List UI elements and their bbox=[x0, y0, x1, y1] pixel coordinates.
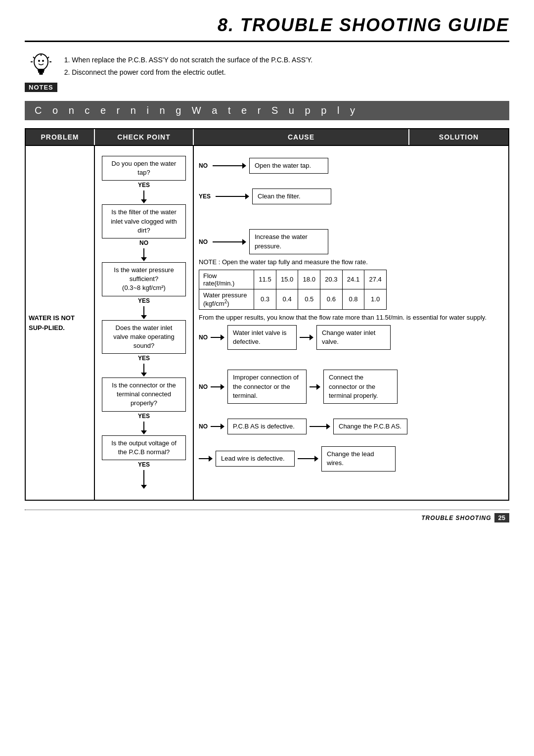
flow-val-2-3: 0.5 bbox=[298, 289, 320, 309]
lightbulb-icon bbox=[30, 52, 52, 80]
solution-box-1: Open the water tap. bbox=[249, 158, 328, 174]
col-header-solution: SOLUTION bbox=[409, 129, 508, 145]
checkpoint-box-1: Do you open the water tap? bbox=[102, 156, 186, 181]
main-content: WATER IS NOT SUP-PLIED. Do you open the … bbox=[25, 146, 509, 501]
no-label-2: NO bbox=[139, 239, 148, 246]
svg-line-6 bbox=[47, 57, 49, 58]
svg-point-9 bbox=[38, 60, 40, 62]
flow-val-1-6: 27.4 bbox=[364, 270, 387, 289]
flow-table: Flowrate(ℓ/min.) 11.5 15.0 18.0 20.3 24.… bbox=[199, 270, 387, 310]
flow-table-row1-label: Flowrate(ℓ/min.) bbox=[199, 270, 254, 289]
arrow-1 bbox=[141, 190, 147, 203]
solution-box-5: Connect the connector or the terminal pr… bbox=[323, 370, 398, 404]
arrow-4 bbox=[141, 364, 147, 377]
solution-box-3: Increase the water pressure. bbox=[249, 229, 328, 254]
flow-val-2-1: 0.3 bbox=[254, 289, 276, 309]
note-item-1: 1. When replace the P.C.B. ASS'Y do not … bbox=[64, 54, 312, 66]
flow-val-1-5: 24.1 bbox=[342, 270, 364, 289]
yes-label-r2: YES bbox=[199, 193, 211, 200]
arrow-right-6 bbox=[211, 424, 224, 429]
checkpoint-box-5: Is the connector or the terminal connect… bbox=[102, 378, 186, 412]
checkpoint-box-2: Is the filter of the water inlet valve c… bbox=[102, 204, 186, 238]
no-label-r5: NO bbox=[199, 383, 208, 390]
arrow-right-1 bbox=[213, 163, 246, 169]
checkpoint-flow: Do you open the water tap? YES Is the fi… bbox=[98, 151, 190, 495]
flow-val-2-4: 0.6 bbox=[320, 289, 343, 309]
arrow-6 bbox=[141, 470, 147, 489]
arrow-5 bbox=[141, 422, 147, 434]
flow-result: From the upper results, you know that th… bbox=[199, 314, 503, 321]
checkpoint-box-4: Does the water inlet valve make operatin… bbox=[102, 320, 186, 354]
checkpoint-box-3: Is the water pressure sufficient?(0.3~8 … bbox=[102, 262, 186, 296]
col-header-cause: CAUSE bbox=[194, 129, 409, 145]
col-header-checkpoint: CHECK POINT bbox=[95, 129, 194, 145]
cause-box-2: Improper connection of the connector or … bbox=[227, 370, 307, 404]
solution-box-2: Clean the filter. bbox=[252, 189, 331, 204]
table-header: PROBLEM CHECK POINT CAUSE SOLUTION bbox=[25, 128, 509, 146]
section-header: C o n c e r n i n g W a t e r S u p p l … bbox=[25, 101, 509, 120]
svg-point-0 bbox=[34, 54, 48, 70]
svg-point-10 bbox=[42, 60, 44, 62]
arrow-3 bbox=[141, 306, 147, 319]
arrow-right-4 bbox=[211, 334, 224, 340]
solution-box-4: Change water inlet valve. bbox=[316, 325, 391, 350]
arrow-right-6b bbox=[310, 424, 330, 429]
svg-rect-2 bbox=[38, 71, 44, 73]
problem-column: WATER IS NOT SUP-PLIED. bbox=[26, 146, 95, 500]
flow-val-1-1: 11.5 bbox=[254, 270, 276, 289]
cause-box-3: P.C.B AS is defective. bbox=[227, 419, 307, 434]
notes-content: 1. When replace the P.C.B. ASS'Y do not … bbox=[64, 52, 312, 79]
checkpoint-column: Do you open the water tap? YES Is the fi… bbox=[95, 146, 194, 500]
flow-table-row2-label: Water pressure(kgf/cm2) bbox=[199, 289, 254, 309]
yes-label-1: YES bbox=[138, 182, 150, 189]
arrow-right-5b bbox=[310, 384, 320, 390]
arrow-right-7 bbox=[199, 456, 213, 462]
solution-box-7: Change the lead wires. bbox=[321, 446, 396, 471]
problem-label: WATER IS NOT SUP-PLIED. bbox=[29, 313, 91, 332]
footer-page: 25 bbox=[494, 513, 509, 522]
yes-label-6: YES bbox=[138, 461, 150, 468]
svg-rect-3 bbox=[39, 73, 43, 75]
arrow-2 bbox=[141, 248, 147, 261]
cause-box-1: Water inlet valve is defective. bbox=[227, 325, 297, 350]
solution-box-6: Change the P.C.B AS. bbox=[333, 419, 407, 434]
no-label-r4: NO bbox=[199, 334, 208, 341]
flow-val-2-2: 0.4 bbox=[276, 289, 298, 309]
yes-label-3: YES bbox=[138, 297, 150, 304]
svg-rect-1 bbox=[38, 69, 44, 71]
col-header-problem: PROBLEM bbox=[26, 129, 95, 145]
flow-val-2-5: 0.8 bbox=[342, 289, 364, 309]
flow-val-1-3: 18.0 bbox=[298, 270, 320, 289]
svg-line-5 bbox=[33, 57, 35, 58]
checkpoint-box-6: Is the output voltage of the P.C.B norma… bbox=[102, 435, 186, 460]
notes-label-wrap: NOTES bbox=[25, 52, 57, 92]
flow-val-1-2: 15.0 bbox=[276, 270, 298, 289]
arrow-right-4b bbox=[300, 334, 313, 340]
arrow-right-7b bbox=[298, 456, 318, 462]
note-item-2: 2. Disconnect the power cord from the el… bbox=[64, 66, 312, 79]
flow-val-2-6: 1.0 bbox=[364, 289, 387, 309]
notes-section: NOTES 1. When replace the P.C.B. ASS'Y d… bbox=[25, 52, 509, 92]
no-label-r6: NO bbox=[199, 423, 208, 430]
cause-box-4: Lead wire is defective. bbox=[216, 451, 295, 467]
no-label-r1: NO bbox=[199, 162, 208, 169]
footer: TROUBLE SHOOTING 25 bbox=[25, 510, 509, 522]
cause-solution-column: NO Open the water tap. YES Clean the fil… bbox=[194, 146, 508, 500]
page-title: 8. TROUBLE SHOOTING GUIDE bbox=[25, 15, 509, 42]
flow-val-1-4: 20.3 bbox=[320, 270, 343, 289]
no-label-r3: NO bbox=[199, 238, 208, 245]
arrow-right-3 bbox=[213, 239, 246, 245]
yes-label-5: YES bbox=[138, 413, 150, 420]
flow-note: NOTE : Open the water tap fully and meas… bbox=[199, 258, 503, 266]
arrow-right-2 bbox=[216, 193, 249, 199]
footer-label: TROUBLE SHOOTING bbox=[421, 515, 491, 521]
notes-tag: NOTES bbox=[25, 83, 57, 92]
arrow-right-5 bbox=[211, 384, 224, 390]
yes-label-4: YES bbox=[138, 355, 150, 362]
